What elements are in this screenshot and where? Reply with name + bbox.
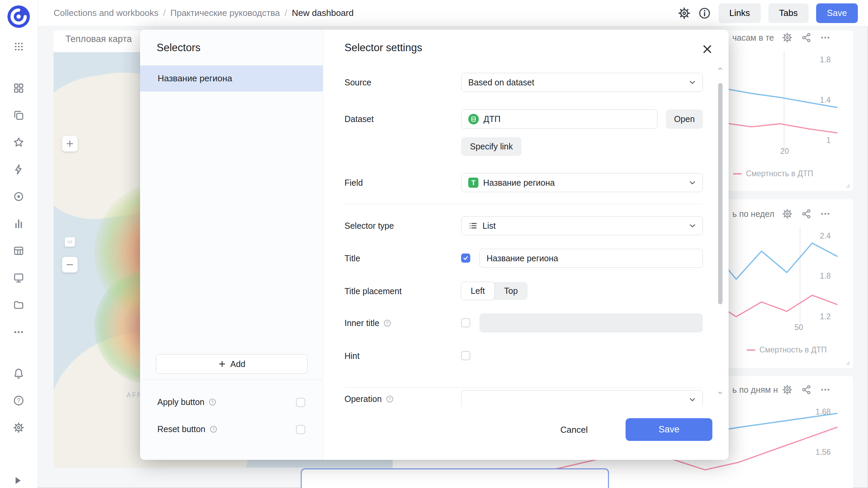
tabs-button[interactable]: Tabs <box>768 3 809 23</box>
datalens-logo[interactable] <box>7 5 30 28</box>
selector-settings-panel: Selector settings Source Based on datase… <box>323 29 729 460</box>
sidebar-expand-icon[interactable] <box>16 477 21 484</box>
scrollbar-thumb[interactable] <box>718 83 723 304</box>
sidebar-item-notifications[interactable] <box>13 368 24 379</box>
save-selector-button[interactable]: Save <box>626 418 712 441</box>
string-field-type-icon: T <box>468 178 478 188</box>
breadcrumb-item-collections[interactable]: Collections and workbooks <box>54 8 158 18</box>
breadcrumb-item-current: New dashboard <box>292 8 354 18</box>
form-divider <box>344 387 703 388</box>
add-selector-button[interactable]: Add <box>156 354 308 374</box>
selector-type-select[interactable]: List <box>461 216 703 235</box>
help-circle-icon[interactable]: ? <box>210 425 217 433</box>
svg-text:?: ? <box>17 397 20 404</box>
inner-title-input <box>479 313 703 332</box>
open-dataset-button[interactable]: Open <box>666 109 703 129</box>
left-panel-divider <box>140 380 323 380</box>
chevron-down-icon <box>688 221 697 230</box>
breadcrumb-item-workbook[interactable]: Практические руководства <box>171 8 280 18</box>
selectors-dialog: Selectors Название региона Add Apply but… <box>140 29 729 460</box>
chevron-down-icon <box>688 395 697 404</box>
selector-list-item-selected[interactable]: Название региона <box>140 65 323 92</box>
source-select-value: Based on dataset <box>468 78 534 87</box>
source-select[interactable]: Based on dataset <box>461 73 703 92</box>
specify-link-button[interactable]: Specify link <box>461 137 521 156</box>
sidebar-item-editor[interactable] <box>13 164 24 175</box>
sidebar-item-presentations[interactable] <box>13 272 24 284</box>
settings-scroll-area: Source Based on dataset Dataset ДТП Open… <box>323 63 729 407</box>
dataset-field[interactable]: ДТП <box>461 109 657 129</box>
save-dashboard-button[interactable]: Save <box>816 3 858 23</box>
inner-title-label: Inner title ? <box>344 318 391 328</box>
dataset-name: ДТП <box>484 114 500 124</box>
sidebar: ? <box>0 0 38 488</box>
reset-button-row: Reset button ? <box>157 424 217 434</box>
close-icon[interactable] <box>701 43 713 55</box>
dataset-label-text: Dataset <box>344 114 374 124</box>
sidebar-item-favorites[interactable] <box>13 137 24 148</box>
field-label: Field <box>344 178 363 188</box>
sidebar-item-dashboards[interactable] <box>13 82 24 94</box>
help-circle-icon[interactable]: ? <box>209 398 216 406</box>
topbar-header: Collections and workbooks / Практические… <box>38 0 868 26</box>
title-input[interactable]: Название региона <box>479 249 703 268</box>
placement-option-top[interactable]: Top <box>494 282 528 300</box>
title-placement-label: Title placement <box>344 286 402 296</box>
selector-type-value: List <box>482 221 496 231</box>
sidebar-item-more[interactable] <box>13 326 24 338</box>
title-placement-label-text: Title placement <box>344 286 402 296</box>
sidebar-item-settings[interactable] <box>13 422 24 433</box>
breadcrumb-separator: / <box>285 8 287 18</box>
svg-text:?: ? <box>211 400 214 405</box>
hint-label-text: Hint <box>344 351 359 361</box>
scroll-up-icon[interactable] <box>717 65 724 72</box>
reset-button-checkbox[interactable] <box>296 425 305 434</box>
title-checkbox[interactable] <box>461 253 470 263</box>
selectors-list-panel: Selectors Название региона Add Apply but… <box>140 29 323 460</box>
operation-label: Operation ? <box>344 394 394 404</box>
apply-button-checkbox[interactable] <box>296 398 305 407</box>
sidebar-item-datasets[interactable] <box>13 245 24 257</box>
selector-list-item-label: Название региона <box>158 73 232 84</box>
field-select[interactable]: T Название региона <box>461 173 703 192</box>
add-selector-label: Add <box>230 359 245 369</box>
sidebar-item-storage[interactable] <box>13 299 24 311</box>
svg-text:?: ? <box>212 427 215 432</box>
title-label: Title <box>344 253 360 263</box>
svg-text:?: ? <box>386 321 389 325</box>
title-input-value: Название региона <box>487 253 558 263</box>
selector-type-label: Selector type <box>344 221 394 231</box>
all-services-grid-icon[interactable] <box>14 41 24 52</box>
dataset-icon <box>468 114 479 124</box>
svg-text:?: ? <box>389 396 391 401</box>
placement-option-left[interactable]: Left <box>461 282 495 300</box>
plus-icon <box>218 360 226 368</box>
dataset-label: Dataset <box>344 114 374 124</box>
check-icon <box>462 255 469 261</box>
dashboard-settings-gear-icon[interactable] <box>678 7 691 20</box>
sidebar-item-help[interactable]: ? <box>13 395 24 406</box>
hint-label: Hint <box>344 351 359 361</box>
apply-button-label: Apply button <box>157 397 204 407</box>
sidebar-item-workbooks[interactable] <box>13 109 24 121</box>
selectors-panel-title: Selectors <box>157 42 200 54</box>
title-placement-segmented: Left Top <box>461 282 528 300</box>
operation-label-text: Operation <box>344 394 382 404</box>
info-icon[interactable] <box>698 7 711 20</box>
sidebar-item-monitoring[interactable] <box>13 191 24 202</box>
hint-checkbox[interactable] <box>461 351 470 360</box>
source-label: Source <box>344 77 371 87</box>
help-circle-icon[interactable]: ? <box>386 395 394 403</box>
help-circle-icon[interactable]: ? <box>383 319 391 327</box>
inner-title-checkbox[interactable] <box>461 318 470 327</box>
chevron-down-icon <box>688 178 697 187</box>
reset-button-label: Reset button <box>157 424 205 434</box>
field-label-text: Field <box>344 178 363 188</box>
links-button[interactable]: Links <box>718 3 761 23</box>
sidebar-item-charts[interactable] <box>13 218 24 229</box>
operation-select[interactable] <box>461 390 703 407</box>
source-label-text: Source <box>344 78 371 87</box>
breadcrumb-separator: / <box>163 8 165 18</box>
scroll-down-icon[interactable] <box>717 389 724 396</box>
cancel-button[interactable]: Cancel <box>552 420 596 440</box>
